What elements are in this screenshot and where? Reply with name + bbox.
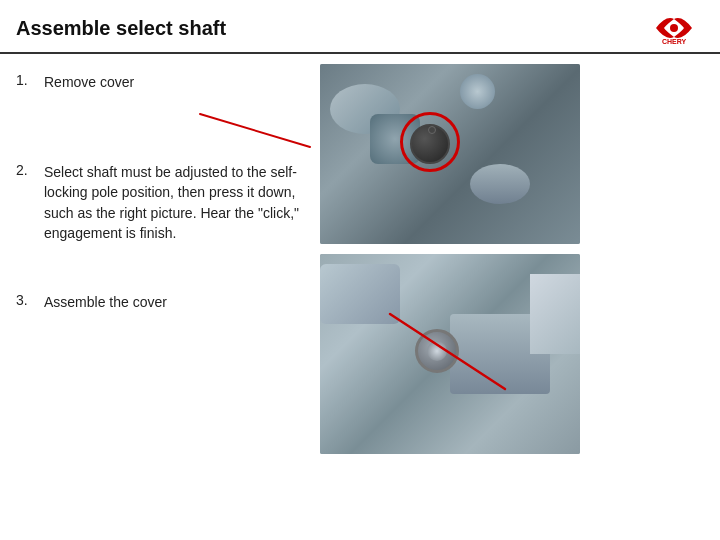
svg-point-0 (670, 24, 678, 32)
steps-list: 1. Remove cover 2. Select shaft must be … (0, 62, 320, 540)
page-title: Assemble select shaft (16, 17, 226, 40)
step-1: 1. Remove cover (16, 62, 304, 152)
svg-text:CHERY: CHERY (662, 38, 687, 45)
step-1-number: 1. (16, 72, 44, 142)
engine-photo-bottom (320, 254, 580, 454)
header: Assemble select shaft CHERY (0, 0, 720, 54)
main-content: 1. Remove cover 2. Select shaft must be … (0, 54, 720, 540)
shaft-hole (415, 329, 459, 373)
engine-image-top (320, 64, 580, 244)
step-2-text: Select shaft must be adjusted to the sel… (44, 162, 304, 272)
images-column (320, 62, 720, 540)
chery-logo: CHERY (644, 10, 704, 46)
step-2: 2. Select shaft must be adjusted to the … (16, 152, 304, 282)
step-3-number: 3. (16, 292, 44, 332)
step-2-number: 2. (16, 162, 44, 272)
engine-photo-top (320, 64, 580, 244)
step-3: 3. Assemble the cover (16, 282, 304, 342)
engine-image-bottom (320, 254, 580, 454)
page-container: Assemble select shaft CHERY (0, 0, 720, 540)
step-1-text: Remove cover (44, 72, 134, 142)
step-3-text: Assemble the cover (44, 292, 167, 332)
